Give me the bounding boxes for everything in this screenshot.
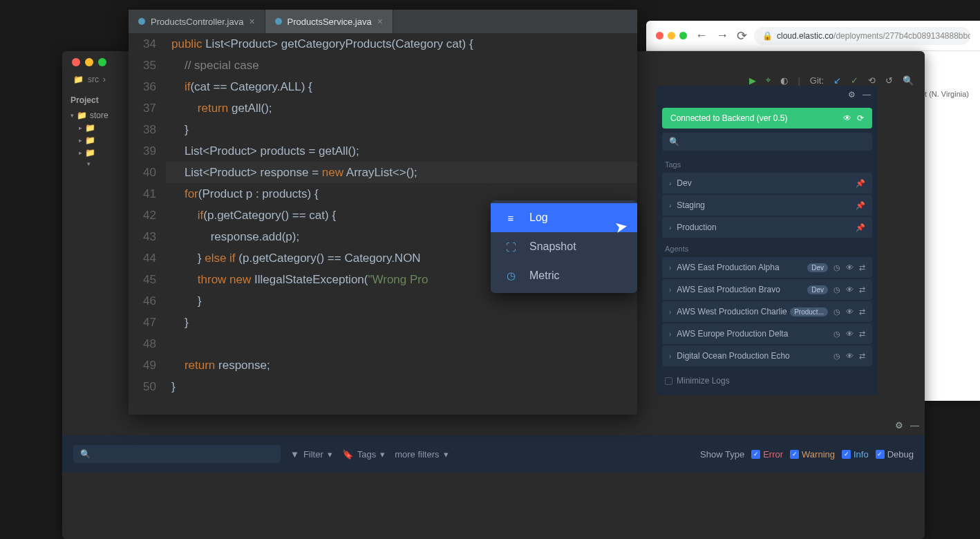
- info-checkbox[interactable]: ✓Info: [842, 449, 869, 460]
- tags-label: Tags: [357, 449, 376, 460]
- checkbox-icon: ✓: [790, 450, 799, 459]
- back-icon[interactable]: ←: [695, 28, 708, 43]
- url-path: /deployments/277b4cb089134888bbca04ada4b…: [833, 31, 970, 41]
- breadcrumb: 📁 src ›: [73, 75, 106, 84]
- more-filters-dropdown[interactable]: more filters▾: [395, 449, 448, 460]
- chevron-down-icon: ▾: [444, 449, 449, 460]
- maximize-icon[interactable]: [98, 58, 106, 66]
- close-icon[interactable]: [72, 58, 80, 66]
- tab-label: ProductsController.java: [151, 17, 243, 27]
- error-checkbox[interactable]: ✓Error: [751, 449, 783, 460]
- close-icon[interactable]: ×: [249, 16, 254, 27]
- git-history-icon[interactable]: ⟲: [868, 75, 876, 86]
- debug-checkbox[interactable]: ✓Debug: [876, 449, 914, 460]
- gear-icon[interactable]: ⚙: [895, 420, 903, 431]
- tree-row[interactable]: ▸📁: [62, 122, 131, 134]
- chevron-down-icon: ▾: [380, 449, 385, 460]
- tree-row[interactable]: ▸📁: [62, 146, 131, 159]
- refresh-icon[interactable]: ⟳: [857, 113, 864, 123]
- minimize-icon[interactable]: [85, 58, 93, 66]
- checkbox-icon[interactable]: [665, 377, 672, 385]
- close-icon[interactable]: ×: [377, 16, 383, 27]
- chevron-down-icon: ▾: [87, 160, 91, 167]
- side-search-input[interactable]: 🔍: [662, 133, 872, 151]
- minimize-logs-checkbox[interactable]: Minimize Logs: [665, 376, 869, 386]
- editor-tabs: ProductsController.java × ProductsServic…: [129, 10, 637, 33]
- tree-row[interactable]: ▾: [62, 159, 131, 169]
- git-update-icon[interactable]: ↙: [833, 75, 841, 86]
- agent-row[interactable]: ›AWS West Production CharlieProduct...◷👁…: [662, 301, 872, 322]
- gear-icon[interactable]: ⚙: [848, 90, 856, 100]
- tag-row[interactable]: ›Production📌: [662, 217, 872, 238]
- minimize-icon[interactable]: —: [910, 420, 919, 431]
- tags-dropdown[interactable]: 🔖Tags▾: [342, 449, 385, 460]
- browser-url-bar[interactable]: 🔒cloud.elastic.co/deployments/277b4cb089…: [754, 27, 970, 45]
- folder-icon: 📁: [85, 123, 95, 133]
- bottom-bar-header: ⚙ —: [895, 420, 919, 431]
- git-label: Git:: [810, 75, 824, 86]
- lock-icon: 🔒: [762, 31, 773, 41]
- checkbox-icon: ✓: [876, 450, 885, 459]
- checkbox-icon: ✓: [751, 450, 760, 459]
- agent-row[interactable]: ›Digital Ocean Production Echo◷👁⇄: [662, 346, 872, 366]
- tag-row[interactable]: ›Staging📌: [662, 195, 872, 216]
- minimize-label: Minimize Logs: [677, 376, 730, 386]
- chevron-down-icon: ▾: [328, 449, 332, 460]
- folder-icon: 📁: [73, 75, 84, 84]
- run-icon[interactable]: ▶: [749, 75, 756, 86]
- agents-section-header: Agents: [657, 239, 878, 256]
- ide-traffic-lights: [72, 58, 106, 66]
- git-revert-icon[interactable]: ↺: [885, 75, 893, 86]
- connection-banner: Connected to Backend (ver 0.5) 👁 ⟳: [662, 108, 872, 129]
- log-icon: ≡: [505, 212, 517, 224]
- agent-row[interactable]: ›AWS East Production AlphaDev◷👁⇄: [662, 257, 872, 278]
- project-panel-title: Project: [62, 91, 131, 109]
- snapshot-icon: ⛶: [505, 241, 517, 253]
- editor-tab[interactable]: ProductsController.java ×: [129, 10, 265, 33]
- agent-row[interactable]: ›AWS Europe Production Delta◷👁⇄: [662, 323, 872, 344]
- coverage-icon[interactable]: ◐: [780, 75, 788, 86]
- context-menu-snapshot[interactable]: ⛶ Snapshot: [491, 232, 637, 261]
- context-menu-metric[interactable]: ◷ Metric: [491, 261, 637, 290]
- log-filter-bar: ⚙ — 🔍 ▼Filter▾ 🔖Tags▾ more filters▾ Show…: [62, 435, 925, 473]
- banner-icons: 👁 ⟳: [843, 113, 864, 123]
- url-host: cloud.elastic.co: [777, 31, 833, 41]
- show-type-label: Show Type: [700, 449, 744, 460]
- chevron-right-icon: ▸: [79, 124, 82, 131]
- minimize-icon[interactable]: —: [863, 90, 871, 100]
- close-icon[interactable]: [656, 32, 663, 39]
- ctx-label: Log: [529, 211, 548, 224]
- debug-icon[interactable]: ⌖: [766, 75, 771, 86]
- warning-label: Warning: [802, 449, 835, 460]
- file-icon: [275, 18, 282, 25]
- filter-dropdown[interactable]: ▼Filter▾: [290, 449, 332, 460]
- eye-icon[interactable]: 👁: [843, 113, 851, 123]
- chevron-right-icon: ▸: [79, 149, 82, 156]
- line-gutter: 3435363738394041424344454647484950: [129, 33, 166, 415]
- filter-label: Filter: [303, 449, 323, 460]
- agent-row[interactable]: ›AWS East Production BravoDev◷👁⇄: [662, 279, 872, 300]
- editor-tab[interactable]: ProductsService.java ×: [265, 10, 393, 33]
- search-icon[interactable]: 🔍: [903, 75, 914, 86]
- git-commit-icon[interactable]: ✓: [851, 75, 858, 86]
- side-panel-toolbar: ⚙ —: [657, 86, 878, 104]
- chevron-down-icon: ▾: [70, 112, 74, 119]
- reload-icon[interactable]: ⟳: [737, 28, 747, 44]
- minimize-icon[interactable]: [668, 32, 675, 39]
- tree-label: store: [90, 111, 109, 120]
- breadcrumb-item[interactable]: src: [88, 75, 99, 84]
- metric-icon: ◷: [505, 270, 517, 282]
- tree-row[interactable]: ▸📁: [62, 134, 131, 146]
- chevron-right-icon: ▸: [79, 137, 82, 144]
- context-menu: ≡ Log ⛶ Snapshot ◷ Metric: [491, 200, 637, 293]
- warning-checkbox[interactable]: ✓Warning: [790, 449, 835, 460]
- log-search-input[interactable]: 🔍: [73, 445, 281, 463]
- tree-row[interactable]: ▾📁store: [62, 109, 131, 122]
- ide-toolbar: ▶ ⌖ ◐ | Git: ↙ ✓ ⟲ ↺ 🔍: [749, 75, 914, 86]
- maximize-icon[interactable]: [679, 32, 687, 39]
- tag-row[interactable]: ›Dev📌: [662, 173, 872, 193]
- forward-icon[interactable]: →: [716, 28, 728, 43]
- folder-icon: 📁: [85, 135, 95, 145]
- show-type-group: Show Type ✓Error ✓Warning ✓Info ✓Debug: [700, 449, 914, 460]
- separator: |: [798, 75, 800, 86]
